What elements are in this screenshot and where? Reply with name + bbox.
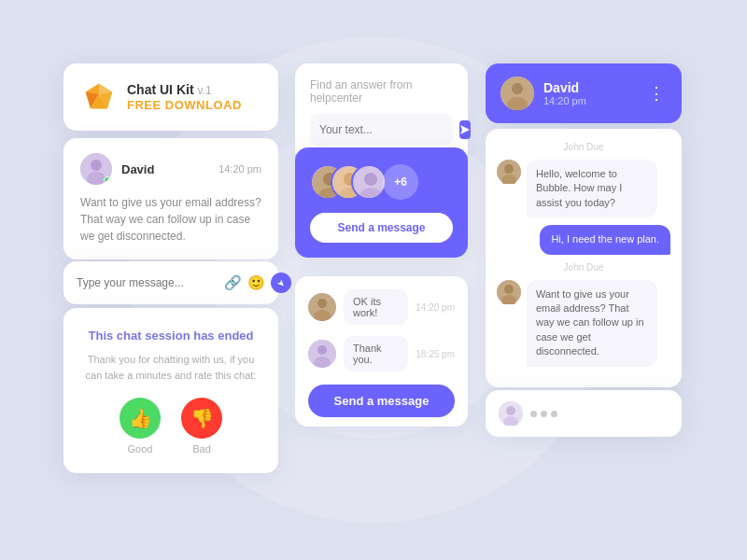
good-icon[interactable]: 👍 [120, 398, 161, 439]
typing-card [486, 390, 682, 437]
group-card: +6 Send a message [295, 147, 468, 258]
chat-agent-avatar-1 [497, 160, 521, 184]
search-input[interactable] [319, 123, 459, 136]
david-name: David [121, 162, 218, 176]
svg-point-26 [512, 83, 523, 94]
david-message-text: Want to give us your email address? That… [80, 194, 261, 245]
sketch-icon [82, 80, 116, 114]
chat-agent-avatar-2 [497, 280, 521, 304]
chat-conversation-card: John Due Hello, welcome to Bubble. How m… [486, 129, 682, 387]
attachment-icon[interactable]: 🔗 [224, 274, 242, 291]
chat-header-card: David 14:20 pm ⋮ [486, 63, 682, 123]
send-arrow-icon: ➤ [275, 276, 287, 288]
message-text-1: OK its work! [353, 296, 381, 318]
online-status-dot [104, 176, 111, 184]
chat-label-1: John Due [497, 142, 670, 152]
group-avatar-face-3 [353, 166, 387, 200]
message-row-1: OK its work! 14:20 pm [308, 289, 455, 325]
svg-point-20 [317, 299, 327, 308]
emoji-icon[interactable]: 🙂 [247, 274, 265, 291]
typing-dot-2 [541, 411, 547, 417]
msg-avatar-face-2 [308, 340, 336, 368]
message-bubble-1: OK its work! [344, 289, 408, 325]
typing-dots [530, 411, 557, 417]
group-avatar-3 [351, 164, 387, 200]
message-text-2: Thank you. [353, 343, 382, 365]
brand-text: Chat UI Kit v.1 FREE DOWNLOAD [127, 82, 242, 112]
group-send-button[interactable]: Send a message [310, 213, 453, 243]
typing-avatar-face [499, 401, 523, 426]
input-icons: 🔗 🙂 ➤ [224, 273, 291, 293]
chat-label-2: John Due [497, 262, 670, 273]
chat-header-avatar-face [500, 77, 534, 110]
david-avatar [80, 153, 112, 185]
bad-icon[interactable]: 👎 [181, 398, 222, 439]
message-input-card: 🔗 🙂 ➤ [63, 261, 278, 304]
agent-avatar-face [497, 160, 521, 184]
search-row [310, 114, 453, 146]
chat-bubble-right-1: Hi, I need the new plan. [497, 225, 670, 254]
chat-header-info: David 14:20 pm [543, 80, 639, 106]
typing-dot-3 [551, 411, 557, 417]
david-time: 14:20 pm [218, 163, 261, 175]
message-bubble-2: Thank you. [344, 336, 408, 371]
user-row: David 14:20 pm [80, 153, 261, 185]
msg-avatar-1 [308, 293, 336, 321]
chat-header-time: 14:20 pm [543, 95, 639, 106]
search-send-button[interactable] [459, 120, 471, 139]
messages-send-button[interactable]: Send a message [308, 385, 455, 417]
group-more-count: +6 [383, 164, 418, 200]
svg-marker-2 [86, 84, 99, 94]
group-avatars: +6 [310, 164, 453, 200]
typing-dot-1 [530, 411, 537, 417]
svg-marker-9 [460, 125, 470, 134]
svg-point-7 [91, 160, 102, 171]
svg-point-29 [504, 164, 514, 174]
help-title: Find an answer from helpcenter [310, 78, 453, 105]
chat-menu-dots[interactable]: ⋮ [648, 83, 667, 104]
send-icon [459, 124, 471, 135]
chat-ended-card: This chat session has ended Thank you fo… [63, 308, 278, 473]
msg-avatar-2 [308, 340, 336, 368]
message-time-1: 14:20 pm [416, 302, 455, 313]
message-time-2: 18:25 pm [416, 349, 455, 359]
chat-bubble-left-2: Want to give us your email address? That… [497, 280, 670, 367]
chat-header-avatar [500, 77, 534, 110]
agent-avatar-face-2 [497, 280, 521, 304]
brand-download: FREE DOWNLOAD [127, 98, 242, 112]
good-label: Good [128, 443, 153, 455]
rating-row: 👍 Good 👎 Bad [82, 398, 260, 455]
chat-bubble-left-1: Hello, welcome to Bubble. How may I assi… [497, 160, 670, 217]
brand-version: v.1 [197, 84, 211, 97]
svg-marker-1 [99, 84, 112, 94]
david-message-card: David 14:20 pm Want to give us your emai… [63, 138, 278, 259]
messages-list-card: OK its work! 14:20 pm Thank you. 18:25 p… [295, 276, 468, 427]
good-rating-button[interactable]: 👍 Good [120, 398, 161, 455]
chat-header-name: David [543, 80, 639, 95]
chat-message-1: Hello, welcome to Bubble. How may I assi… [527, 160, 657, 217]
message-row-2: Thank you. 18:25 pm [308, 336, 455, 371]
typing-avatar [499, 401, 523, 426]
svg-point-17 [364, 173, 377, 186]
message-input[interactable] [77, 276, 217, 289]
send-button-small[interactable]: ➤ [271, 273, 291, 293]
chat-message-2: Hi, I need the new plan. [540, 225, 670, 254]
bad-rating-button[interactable]: 👎 Bad [181, 398, 222, 455]
msg-avatar-face-1 [308, 293, 336, 321]
ended-title: This chat session has ended [82, 329, 260, 343]
brand-card: Chat UI Kit v.1 FREE DOWNLOAD [63, 63, 278, 131]
svg-point-35 [506, 406, 515, 415]
svg-point-23 [317, 345, 327, 355]
chat-message-3: Want to give us your email address? That… [527, 280, 657, 367]
brand-title-label: Chat UI Kit [127, 82, 194, 97]
bad-label: Bad [192, 443, 211, 455]
ended-body: Thank you for chatting with us, if you c… [82, 352, 260, 383]
svg-point-32 [504, 285, 514, 294]
